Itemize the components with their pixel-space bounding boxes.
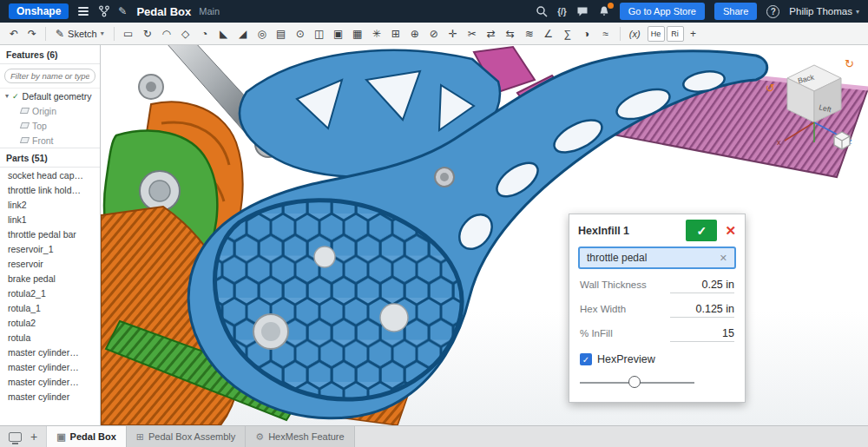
part-list-item[interactable]: master cylinder… [0, 359, 100, 374]
top-bar: Onshape ✎ Pedal Box Main {/} Go to App S… [0, 0, 868, 23]
chamfer-icon[interactable]: ◣ [214, 24, 233, 43]
pivot-pin[interactable] [435, 168, 454, 187]
tree-caret-icon[interactable]: ▾ [5, 92, 9, 100]
rotate-cw-icon[interactable]: ↻ [845, 57, 854, 70]
part-list-item[interactable]: link1 [0, 212, 100, 227]
appearance-icon[interactable]: ◑ [577, 24, 596, 43]
tree-item-label: Origin [32, 106, 56, 116]
checkbox-label: HexPreview [597, 353, 655, 365]
versions-icon[interactable] [98, 5, 110, 17]
app-store-button[interactable]: Go to App Store [620, 3, 705, 20]
hexpreview-checkbox-row[interactable]: ✓ HexPreview [580, 353, 734, 365]
feature-toolbar: ↶ ↷ ✎ Sketch ▾ ▭↻◠◇◔◣◢◎▤⊙◫▣▦✳⊞⊕⊘✛✂⇄⇆≋∠∑◑… [0, 23, 868, 45]
plane-icon [20, 108, 30, 114]
part-list-item[interactable]: reservoir [0, 256, 100, 271]
part-list-item[interactable]: rotula [0, 330, 100, 345]
user-menu[interactable]: Philip Thomas ▾ [789, 6, 859, 16]
undo-icon[interactable]: ↶ [5, 24, 23, 43]
circular-pattern-icon[interactable]: ✳ [367, 24, 386, 43]
sweep-icon[interactable]: ◠ [157, 24, 176, 43]
part-list-item[interactable]: master cylinder… [0, 345, 100, 359]
document-title[interactable]: Pedal Box [136, 5, 191, 18]
tree-item-top[interactable]: Top [0, 118, 100, 133]
rib-icon[interactable]: ▤ [272, 24, 291, 43]
isometric-view-icon[interactable] [832, 130, 852, 151]
split-icon[interactable]: ⊘ [424, 24, 444, 43]
part-list-item[interactable]: master cylinder… [0, 374, 100, 389]
boolean-icon[interactable]: ⊕ [405, 24, 424, 43]
bolt-head[interactable] [139, 75, 163, 99]
cancel-button[interactable]: ✕ [723, 223, 738, 239]
slider-thumb[interactable] [628, 376, 641, 388]
toolbar-divider [45, 27, 46, 41]
shell-icon[interactable]: ◎ [253, 24, 272, 43]
checkbox-checked-icon[interactable]: ✓ [580, 353, 592, 365]
offset-surface-icon[interactable]: ≋ [520, 24, 539, 43]
tab-hexmesh-feature[interactable]: ⚙HexMesh Feature [246, 426, 354, 447]
part-list-item[interactable]: rotula2_1 [0, 286, 100, 300]
tree-item-default-geometry[interactable]: ▾✓Default geometry [0, 89, 100, 103]
search-icon[interactable] [536, 5, 548, 17]
mirror-icon[interactable]: ⊞ [386, 24, 405, 43]
param-input-wall-thickness[interactable]: 0.25 in [670, 279, 734, 293]
edit-document-icon[interactable]: ✎ [118, 6, 127, 16]
presentation-icon[interactable] [9, 432, 22, 442]
part-list-item[interactable]: brake pedal [0, 271, 100, 286]
tree-item-origin[interactable]: Origin [0, 103, 100, 118]
tab-pedal-box-icon: ▣ [56, 431, 65, 443]
tab-pedal-box[interactable]: ▣Pedal Box [47, 426, 127, 447]
sketch-button[interactable]: ✎ Sketch ▾ [50, 24, 109, 43]
fillet-icon[interactable]: ◔ [195, 24, 214, 43]
workspace-name[interactable]: Main [199, 6, 220, 16]
hole-icon[interactable]: ⊙ [291, 24, 310, 43]
toolbar-icon-row: ▭↻◠◇◔◣◢◎▤⊙◫▣▦✳⊞⊕⊘✛✂⇄⇆≋∠∑◑≈ [119, 24, 615, 43]
param-input-infill-percent[interactable]: 15 [670, 327, 734, 342]
part-list-item[interactable]: rotula2 [0, 315, 100, 330]
add-custom-feature-icon[interactable]: + [685, 24, 702, 43]
feature-filter-input[interactable] [4, 69, 95, 83]
transform-icon[interactable]: ✛ [444, 24, 463, 43]
selection-field[interactable]: throttle pedal ✕ [578, 247, 736, 269]
menu-icon[interactable] [76, 5, 90, 17]
notifications-bell-icon[interactable] [598, 5, 610, 17]
share-button[interactable]: Share [714, 3, 757, 20]
enclose-icon[interactable]: ▣ [329, 24, 348, 43]
onshape-logo[interactable]: Onshape [9, 3, 69, 19]
featurescript-icon[interactable]: {/} [557, 7, 567, 16]
part-list-item[interactable]: master cylinder [0, 389, 100, 404]
replace-face-icon[interactable]: ⇆ [501, 24, 520, 43]
revolve-icon[interactable]: ↻ [138, 24, 157, 43]
loft-icon[interactable]: ◇ [176, 24, 195, 43]
add-tab-icon[interactable]: + [30, 431, 37, 443]
part-list-item[interactable]: link2 [0, 197, 100, 212]
graphics-area[interactable]: Back Left ↻ ↺ x z [101, 45, 868, 425]
param-input-hex-width[interactable]: 0.125 in [670, 303, 734, 318]
clear-selection-icon[interactable]: ✕ [720, 253, 727, 264]
draft-icon[interactable]: ◢ [233, 24, 253, 43]
confirm-button[interactable]: ✓ [686, 220, 717, 241]
part-list-item[interactable]: throttle pedal bar [0, 227, 100, 241]
part-list-item[interactable]: reservoir_1 [0, 241, 100, 256]
tree-item-front[interactable]: Front [0, 133, 100, 148]
delete-face-icon[interactable]: ✂ [463, 24, 482, 43]
rotate-ccw-icon[interactable]: ↺ [766, 82, 775, 95]
extrude-icon[interactable]: ▭ [119, 24, 138, 43]
thicken-icon[interactable]: ◫ [310, 24, 329, 43]
custom-feature-ri-button[interactable]: Ri [667, 26, 684, 42]
preview-slider[interactable] [580, 371, 694, 395]
custom-feature-he-button[interactable]: He [648, 26, 665, 42]
helix-icon[interactable]: ≈ [596, 24, 615, 43]
variable-icon[interactable]: (x) [625, 29, 645, 39]
part-list-item[interactable]: rotula_1 [0, 300, 100, 315]
help-icon[interactable]: ? [766, 5, 779, 18]
measure-icon[interactable]: ∠ [539, 24, 558, 43]
mass-properties-icon[interactable]: ∑ [558, 24, 577, 43]
chat-icon[interactable] [576, 6, 589, 17]
part-list-item[interactable]: throttle link hold… [0, 182, 100, 197]
tab-pedal-box-assembly[interactable]: ⊞Pedal Box Assembly [127, 426, 247, 447]
move-face-icon[interactable]: ⇄ [482, 24, 501, 43]
linear-pattern-icon[interactable]: ▦ [348, 24, 367, 43]
redo-icon[interactable]: ↷ [23, 24, 41, 43]
part-list-item[interactable]: socket head cap… [0, 168, 100, 182]
param-row-wall-thickness: Wall Thickness0.25 in [580, 279, 734, 293]
